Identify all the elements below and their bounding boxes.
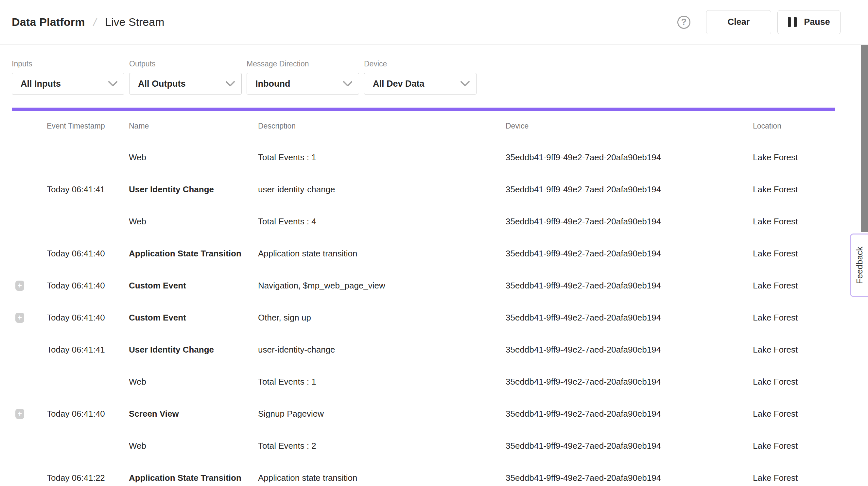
device-cell: 35eddb41-9ff9-49e2-7aed-20afa90eb194 xyxy=(506,248,753,259)
device-cell: 35eddb41-9ff9-49e2-7aed-20afa90eb194 xyxy=(506,409,753,419)
table-row[interactable]: + Today 06:41:41 User Identity Change us… xyxy=(12,334,835,366)
breadcrumb-section[interactable]: Data Platform xyxy=(12,16,85,28)
location-cell: Lake Forest xyxy=(753,473,835,483)
table-row[interactable]: + Web Total Events : 2 35eddb41-9ff9-49e… xyxy=(12,430,835,462)
table-row[interactable]: + Today 06:41:40 Custom Event Navigation… xyxy=(12,270,835,302)
event-timestamp-cell: Today 06:41:41 xyxy=(47,345,129,355)
event-name-cell: Web xyxy=(129,152,258,162)
pause-icon xyxy=(788,17,797,27)
filter-message-direction-label: Message Direction xyxy=(247,60,359,68)
table-row[interactable]: + Today 06:41:41 User Identity Change us… xyxy=(12,173,835,205)
event-description-cell: Application state transition xyxy=(258,248,506,259)
event-description-cell: Total Events : 1 xyxy=(258,152,506,162)
filter-outputs-label: Outputs xyxy=(129,60,242,68)
row-gutter: + xyxy=(12,281,47,291)
device-cell: 35eddb41-9ff9-49e2-7aed-20afa90eb194 xyxy=(506,184,753,194)
expand-plus-icon[interactable]: + xyxy=(16,409,24,419)
event-timestamp-cell: Today 06:41:40 xyxy=(47,409,129,419)
location-cell: Lake Forest xyxy=(753,313,835,323)
table-row[interactable]: + Web Total Events : 1 35eddb41-9ff9-49e… xyxy=(12,366,835,398)
device-cell: 35eddb41-9ff9-49e2-7aed-20afa90eb194 xyxy=(506,152,753,162)
table-row[interactable]: + Today 06:41:40 Application State Trans… xyxy=(12,238,835,270)
row-gutter: + xyxy=(12,409,47,419)
app-header: Data Platform / Live Stream ? Clear Paus… xyxy=(0,0,868,44)
page-title: Live Stream xyxy=(105,16,164,28)
column-header-location: Location xyxy=(753,122,835,130)
vertical-scrollbar-thumb[interactable] xyxy=(861,45,868,232)
event-name-cell: User Identity Change xyxy=(129,184,258,194)
filter-message-direction-select[interactable]: Inbound xyxy=(247,73,359,94)
chevron-down-icon xyxy=(461,81,470,87)
filter-device: Device All Dev Data xyxy=(364,60,476,94)
event-name-cell: Web xyxy=(129,377,258,387)
pause-button[interactable]: Pause xyxy=(777,10,840,34)
filter-outputs: Outputs All Outputs xyxy=(129,60,242,94)
event-name-cell: Web xyxy=(129,216,258,226)
column-header-event-timestamp: Event Timestamp xyxy=(47,122,129,130)
stream-accent-bar xyxy=(12,108,835,111)
device-cell: 35eddb41-9ff9-49e2-7aed-20afa90eb194 xyxy=(506,345,753,355)
table-row[interactable]: + Web Total Events : 4 35eddb41-9ff9-49e… xyxy=(12,205,835,238)
event-name-cell: Web xyxy=(129,441,258,451)
filter-outputs-select[interactable]: All Outputs xyxy=(129,73,242,94)
event-name-cell: Application State Transition xyxy=(129,473,258,483)
filters-bar: Inputs All Inputs Outputs All Outputs Me… xyxy=(0,44,868,94)
event-description-cell: user-identity-change xyxy=(258,184,506,194)
help-icon[interactable]: ? xyxy=(677,16,690,29)
event-description-cell: Application state transition xyxy=(258,473,506,483)
chevron-down-icon xyxy=(108,81,117,87)
feedback-tab-label: Feedback xyxy=(855,247,865,284)
row-gutter: + xyxy=(12,473,47,483)
filter-inputs-label: Inputs xyxy=(12,60,124,68)
location-cell: Lake Forest xyxy=(753,152,835,162)
row-gutter: + xyxy=(12,152,47,162)
row-gutter: + xyxy=(12,248,47,259)
row-gutter: + xyxy=(12,313,47,323)
location-cell: Lake Forest xyxy=(753,184,835,194)
device-cell: 35eddb41-9ff9-49e2-7aed-20afa90eb194 xyxy=(506,441,753,451)
table-header-row: Event Timestamp Name Description Device … xyxy=(12,111,835,141)
filter-device-select[interactable]: All Dev Data xyxy=(364,73,476,94)
clear-button[interactable]: Clear xyxy=(706,10,771,34)
device-cell: 35eddb41-9ff9-49e2-7aed-20afa90eb194 xyxy=(506,281,753,291)
event-description-cell: Total Events : 4 xyxy=(258,216,506,226)
filter-outputs-value: All Outputs xyxy=(138,79,185,89)
event-timestamp-cell: Today 06:41:40 xyxy=(47,313,129,323)
filter-inputs-select[interactable]: All Inputs xyxy=(12,73,124,94)
breadcrumb-separator: / xyxy=(92,16,98,28)
table-row[interactable]: + Web Total Events : 1 35eddb41-9ff9-49e… xyxy=(12,141,835,173)
location-cell: Lake Forest xyxy=(753,441,835,451)
device-cell: 35eddb41-9ff9-49e2-7aed-20afa90eb194 xyxy=(506,473,753,483)
event-description-cell: Navigation, $mp_web_page_view xyxy=(258,281,506,291)
table-row[interactable]: + Today 06:41:40 Custom Event Other, sig… xyxy=(12,302,835,334)
breadcrumb: Data Platform / Live Stream xyxy=(12,16,164,28)
column-header-description: Description xyxy=(258,122,506,130)
event-description-cell: Signup Pageview xyxy=(258,409,506,419)
event-description-cell: Total Events : 2 xyxy=(258,441,506,451)
device-cell: 35eddb41-9ff9-49e2-7aed-20afa90eb194 xyxy=(506,377,753,387)
table-row[interactable]: + Today 06:41:22 Application State Trans… xyxy=(12,462,835,486)
expand-plus-icon[interactable]: + xyxy=(16,313,24,323)
table-row[interactable]: + Today 06:41:40 Screen View Signup Page… xyxy=(12,398,835,430)
filter-inputs-value: All Inputs xyxy=(21,79,61,89)
event-timestamp-cell: Today 06:41:40 xyxy=(47,248,129,259)
event-name-cell: Custom Event xyxy=(129,281,258,291)
expand-plus-icon[interactable]: + xyxy=(16,281,24,291)
row-gutter: + xyxy=(12,441,47,451)
header-actions: ? Clear Pause xyxy=(677,10,840,34)
event-description-cell: Other, sign up xyxy=(258,313,506,323)
row-gutter: + xyxy=(12,345,47,355)
event-timestamp-cell: Today 06:41:22 xyxy=(47,473,129,483)
event-description-cell: Total Events : 1 xyxy=(258,377,506,387)
row-gutter: + xyxy=(12,377,47,387)
filter-device-value: All Dev Data xyxy=(373,79,425,89)
column-header-device: Device xyxy=(506,122,753,130)
row-gutter: + xyxy=(12,184,47,194)
event-description-cell: user-identity-change xyxy=(258,345,506,355)
table-body: + Web Total Events : 1 35eddb41-9ff9-49e… xyxy=(0,141,868,486)
location-cell: Lake Forest xyxy=(753,377,835,387)
filter-inputs: Inputs All Inputs xyxy=(12,60,124,94)
feedback-tab[interactable]: Feedback xyxy=(850,234,868,297)
filter-device-label: Device xyxy=(364,60,476,68)
row-gutter: + xyxy=(12,216,47,226)
